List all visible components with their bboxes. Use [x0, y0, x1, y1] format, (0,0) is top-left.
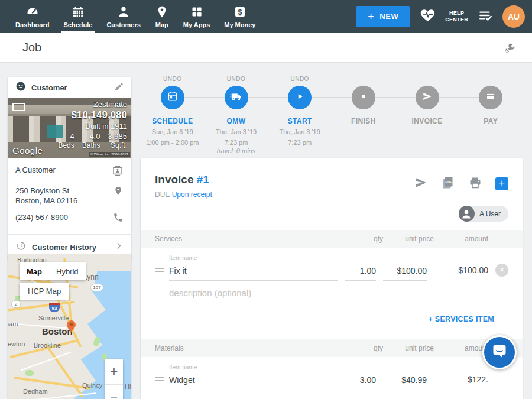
assignee-pill[interactable]: A User [459, 206, 508, 222]
zoom-in-button[interactable]: + [105, 359, 123, 384]
invoice-step-button[interactable] [416, 86, 439, 109]
omw-step-button[interactable] [225, 86, 248, 109]
route-2-shield: 2 [11, 300, 21, 308]
undo-omw-link[interactable]: UNDO [205, 76, 268, 83]
start-step-button[interactable] [288, 86, 312, 109]
remove-item-button[interactable]: × [495, 264, 508, 277]
unit-price-column-header: unit price [383, 344, 434, 352]
section-name: Materials [155, 344, 345, 352]
plus-icon: + [368, 11, 374, 22]
chevron-right-icon [114, 241, 124, 253]
qty-input[interactable] [345, 375, 376, 385]
phone-icon[interactable] [109, 212, 124, 225]
map-label-brookline: Brookline [34, 342, 61, 349]
i93-shield: 93 [49, 303, 60, 312]
contact-card-icon[interactable] [108, 165, 124, 179]
nav-item-customers[interactable]: Customers [99, 0, 147, 33]
invoice-actions: PDF + [414, 173, 508, 192]
baths-value: 4.0 [82, 132, 100, 141]
nav-label: Schedule [63, 21, 92, 28]
add-services-item-link[interactable]: + SERVICES ITEM [428, 315, 494, 323]
material-line-item: Item name $122. × + MATERIALS [141, 357, 523, 399]
item-name-input[interactable] [169, 266, 338, 275]
edit-pencil-icon[interactable] [114, 82, 124, 94]
unit-price-input[interactable] [383, 266, 427, 275]
app-window: Dashboard Schedule Customers Map [0, 0, 532, 399]
undo-schedule-link[interactable]: UNDO [141, 76, 205, 83]
finish-step-button[interactable] [352, 86, 375, 109]
print-icon[interactable] [468, 176, 482, 192]
heart-pulse-icon[interactable] [420, 7, 436, 25]
new-button-label: NEW [379, 12, 398, 21]
map-button[interactable]: Map [20, 262, 49, 280]
hcp-map-button[interactable]: HCP Map [20, 283, 69, 300]
customer-card-title: Customer [31, 83, 67, 92]
user-avatar[interactable]: AU [502, 5, 525, 28]
map-panel[interactable]: Burlington Lynn 107 2 93 Somerville ham … [8, 254, 131, 399]
map-road [44, 343, 83, 398]
pdf-icon[interactable]: PDF [441, 176, 455, 192]
add-invoice-item-button[interactable]: + [495, 177, 508, 190]
invoice-title: Invoice #1 [155, 173, 212, 186]
nav-item-dashboard[interactable]: Dashboard [8, 0, 56, 33]
google-logo: Google [12, 145, 43, 155]
map-label-hingham: Hi [125, 383, 131, 390]
hybrid-button[interactable]: Hybrid [49, 262, 86, 280]
qty-input[interactable] [345, 266, 376, 275]
undo-spacer [332, 76, 395, 83]
pay-step-button[interactable] [479, 86, 502, 109]
invoice-header: Invoice #1 DUE Upon receipt PDF [141, 158, 523, 199]
stop-icon [359, 92, 368, 103]
job-location-pin-icon[interactable] [67, 320, 76, 334]
nav-item-map[interactable]: Map [148, 0, 176, 33]
location-pin-icon[interactable] [109, 186, 124, 199]
timeline-step-invoice: INVOICE [395, 76, 459, 155]
customer-name-row: A Customer [15, 165, 124, 179]
send-invoice-icon[interactable] [414, 176, 428, 192]
step-label: SCHEDULE [141, 117, 205, 125]
unit-price-input[interactable] [383, 375, 427, 385]
address-line1: 250 Boylston St [15, 186, 77, 196]
job-settings-tools-icon[interactable] [502, 41, 517, 57]
invoice-number[interactable]: #1 [197, 173, 209, 186]
due-value-link[interactable]: Upon receipt [172, 190, 212, 199]
apps-grid-icon [190, 5, 204, 19]
zoom-out-button[interactable]: − [105, 385, 123, 399]
qty-field [345, 265, 376, 281]
schedule-step-button[interactable] [161, 86, 184, 109]
chat-widget-button[interactable] [482, 335, 517, 369]
new-button[interactable]: + NEW [356, 6, 410, 27]
image-frame-icon [12, 103, 25, 111]
materials-section-header: Materials qty unit price amount [141, 339, 523, 357]
step-time: 7:23 pm [268, 138, 332, 147]
drag-handle[interactable] [155, 268, 169, 281]
due-label: DUE [155, 190, 170, 199]
content-area: Customer Zestimate $10,149,080 Built in … [0, 63, 532, 399]
help-center-link[interactable]: HELP CENTER [445, 10, 468, 23]
unit-price-field [383, 375, 427, 390]
property-photo[interactable]: Zestimate $10,149,080 Built in 1911 4Bed… [8, 98, 131, 158]
customer-history-label: Customer History [32, 243, 96, 252]
play-icon [294, 91, 305, 104]
history-clock-icon [15, 241, 26, 254]
help-center-line1: HELP [445, 10, 468, 17]
built-year: Built in 1911 [58, 122, 127, 131]
drag-handle[interactable] [155, 377, 169, 390]
item-name-input[interactable] [169, 375, 338, 385]
map-label-newton: Newton [8, 340, 25, 348]
property-stats: 4Beds 4.0Baths 3,985Sq.ft. [58, 132, 127, 150]
undo-spacer [395, 76, 459, 83]
nav-label: Customers [106, 21, 140, 28]
nav-item-my-apps[interactable]: My Apps [176, 0, 217, 33]
timeline-step-schedule: UNDO SCHEDULE Sun, Jan 6 '19 1:00 pm - 2… [141, 76, 205, 155]
nav-item-my-money[interactable]: $ My Money [217, 0, 262, 33]
checklist-icon[interactable] [478, 8, 493, 25]
baths-label: Baths [82, 141, 100, 150]
nav-item-schedule[interactable]: Schedule [56, 0, 99, 33]
invoice-title-text: Invoice [155, 173, 193, 186]
undo-start-link[interactable]: UNDO [268, 76, 332, 83]
calendar-icon [167, 90, 179, 105]
step-label: INVOICE [395, 117, 459, 125]
description-input[interactable] [169, 288, 348, 298]
step-date: Sun, Jan 6 '19 [141, 128, 205, 136]
